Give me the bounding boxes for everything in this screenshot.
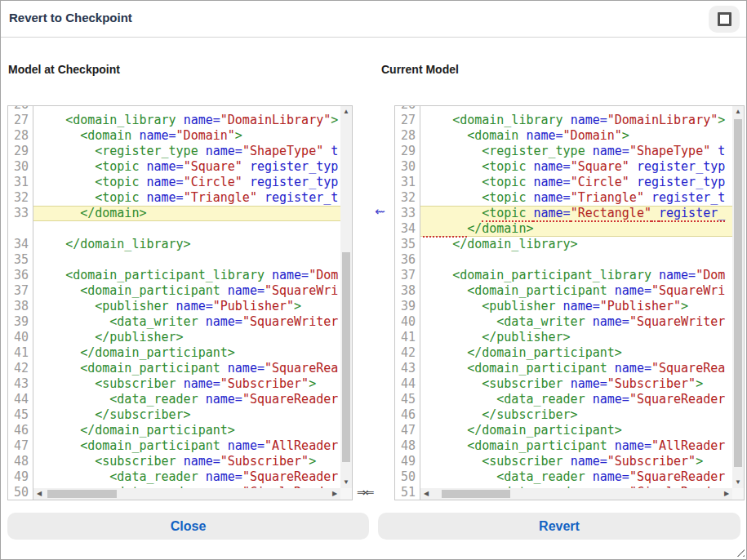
checkpoint-model-editor: 2627282930313233343536373839404142434445…: [7, 105, 353, 500]
scroll-up-icon[interactable]: ▲: [340, 106, 352, 118]
scroll-down-icon[interactable]: ▼: [732, 477, 744, 488]
left-gutter-numbers: 2627282930313233343536373839404142434445…: [8, 106, 33, 500]
left-hscroll-thumb[interactable]: [47, 490, 117, 498]
scroll-right-icon[interactable]: ▶: [329, 488, 340, 500]
align-differences-icon[interactable]: ⇒⇐: [357, 486, 372, 499]
right-vertical-scrollbar[interactable]: ▲ ▼: [732, 106, 744, 488]
left-code-lines: <domain_library name="DomainLibrary"> <d…: [33, 106, 340, 488]
resize-grip[interactable]: [734, 546, 745, 557]
left-horizontal-scrollbar[interactable]: ◀ ▶: [33, 488, 340, 500]
maximize-button[interactable]: [709, 6, 740, 33]
revert-to-checkpoint-dialog: Revert to Checkpoint Model at Checkpoint…: [0, 0, 747, 560]
right-hscroll-thumb[interactable]: [442, 490, 510, 498]
right-vscroll-thumb[interactable]: [734, 119, 742, 467]
dialog-title: Revert to Checkpoint: [9, 11, 132, 24]
maximize-icon: [718, 12, 731, 26]
scroll-right-icon[interactable]: ▶: [721, 488, 732, 500]
right-panel-header: Current Model: [381, 63, 459, 76]
merge-change-left-icon[interactable]: ⇜: [375, 204, 385, 220]
dialog-titlebar: Revert to Checkpoint: [1, 1, 746, 38]
left-line-number-gutter: 2627282930313233343536373839404142434445…: [8, 106, 33, 500]
right-code-lines: <domain_library name="DomainLibrary"> <d…: [420, 106, 732, 488]
scroll-left-icon[interactable]: ◀: [420, 488, 432, 500]
right-line-number-gutter: 2627282930313233343536373839404142434445…: [395, 106, 420, 500]
right-gutter-numbers: 2627282930313233343536373839404142434445…: [395, 106, 420, 500]
scroll-down-icon[interactable]: ▼: [340, 477, 352, 488]
right-horizontal-scrollbar[interactable]: ◀ ▶: [420, 488, 732, 500]
revert-button[interactable]: Revert: [378, 513, 740, 540]
left-panel-header: Model at Checkpoint: [8, 63, 120, 76]
scroll-left-icon[interactable]: ◀: [33, 488, 45, 500]
left-vertical-scrollbar[interactable]: ▲ ▼: [340, 106, 352, 488]
current-model-editor: 2627282930313233343536373839404142434445…: [394, 105, 745, 500]
scroll-up-icon[interactable]: ▲: [732, 106, 744, 118]
left-scrollbar-corner: [340, 488, 352, 500]
close-button[interactable]: Close: [7, 513, 369, 540]
right-code-viewport[interactable]: <domain_library name="DomainLibrary"> <d…: [420, 106, 732, 488]
left-code-viewport[interactable]: <domain_library name="DomainLibrary"> <d…: [33, 106, 340, 488]
right-scrollbar-corner: [732, 488, 744, 500]
diff-compare-area: 2627282930313233343536373839404142434445…: [1, 105, 747, 500]
left-vscroll-thumb[interactable]: [342, 252, 350, 462]
